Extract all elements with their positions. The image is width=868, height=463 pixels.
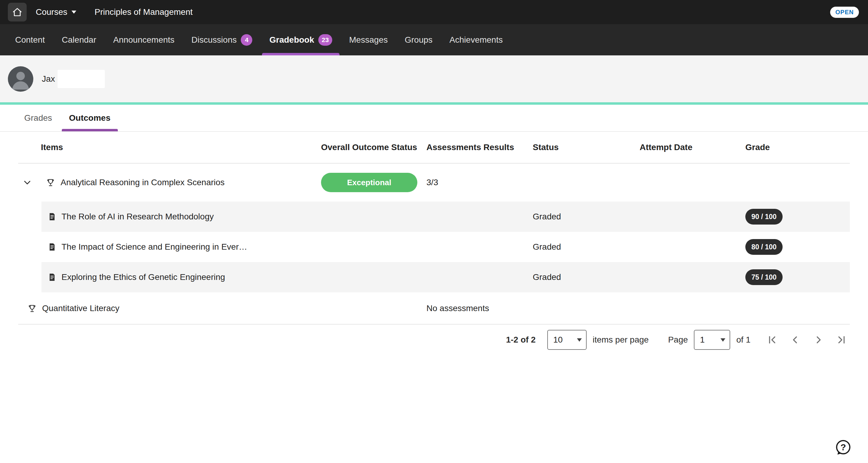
assessment-status: Graded — [533, 242, 561, 252]
items-per-page-value: 10 — [553, 335, 563, 345]
outcomes-table: Items Overall Outcome Status Assessments… — [18, 132, 850, 352]
items-per-page-select[interactable]: 10 — [547, 330, 587, 350]
person-icon — [8, 66, 33, 92]
assessments-results-value: No assessments — [427, 303, 489, 313]
table-header-row: Items Overall Outcome Status Assessments… — [18, 132, 850, 163]
collapse-outcome-button[interactable] — [21, 176, 34, 189]
nav-item-label: Calendar — [62, 35, 96, 45]
col-header-status: Status — [533, 142, 640, 152]
top-bar: Courses Principles of Management OPEN — [0, 0, 868, 24]
avatar — [8, 66, 33, 92]
grade-badge: 80 / 100 — [745, 239, 783, 255]
col-header-attempt-date: Attempt Date — [640, 142, 745, 152]
grade-badge: 90 / 100 — [745, 209, 783, 225]
nav-item-label: Messages — [349, 35, 388, 45]
overall-status-badge: Exceptional — [321, 173, 417, 192]
nav-item-achievements[interactable]: Achievements — [450, 24, 503, 55]
assessment-items-cell: The Impact of Science and Engineering in… — [41, 242, 321, 252]
col-header-assessments-results: Assessments Results — [427, 142, 533, 152]
chevron-down-icon — [71, 10, 76, 13]
trophy-icon — [46, 178, 55, 187]
last-page-icon — [836, 334, 847, 345]
trophy-icon — [28, 304, 37, 313]
nav-item-label: Gradebook — [269, 35, 314, 45]
col-header-overall-outcome-status: Overall Outcome Status — [321, 142, 427, 152]
chevron-right-icon — [813, 334, 824, 345]
assessment-status-cell: Graded — [533, 242, 640, 252]
assessment-row: The Role of AI in Research Methodology G… — [41, 202, 850, 232]
course-nav: Content Calendar Announcements Discussio… — [0, 24, 868, 55]
outcome-items-cell: Quantitative Literacy — [18, 303, 321, 313]
page-label: Page — [668, 335, 688, 345]
redacted-name-block — [58, 70, 105, 88]
nav-item-calendar[interactable]: Calendar — [62, 24, 96, 55]
page-total-label: of 1 — [736, 335, 750, 345]
svg-text:?: ? — [840, 442, 846, 452]
assessment-title: The Role of AI in Research Methodology — [61, 212, 214, 222]
assessment-rows: The Role of AI in Research Methodology G… — [41, 202, 850, 292]
first-page-icon — [767, 334, 778, 345]
nav-item-label: Content — [15, 35, 45, 45]
nav-item-label: Discussions — [191, 35, 237, 45]
help-icon: ? — [834, 439, 851, 456]
page-value: 1 — [700, 335, 705, 345]
assessment-grade-cell: 80 / 100 — [745, 239, 850, 255]
items-per-page-label: items per page — [593, 335, 649, 345]
home-icon — [12, 7, 23, 18]
help-button[interactable]: ? — [834, 439, 851, 456]
nav-item-announcements[interactable]: Announcements — [113, 24, 175, 55]
pager-buttons — [764, 331, 850, 348]
nav-item-gradebook[interactable]: Gradebook 23 — [269, 24, 332, 55]
chevron-down-icon — [577, 338, 582, 342]
assessment-status: Graded — [533, 212, 561, 221]
col-header-items: Items — [18, 142, 321, 152]
nav-item-label: Groups — [405, 35, 433, 45]
gradebook-outcomes-page: Courses Principles of Management OPEN Co… — [0, 0, 868, 352]
discussions-count-badge: 4 — [241, 34, 252, 46]
student-name: Jax — [42, 74, 55, 84]
course-title: Principles of Management — [94, 7, 193, 17]
nav-item-discussions[interactable]: Discussions 4 — [191, 24, 252, 55]
outcome-row: Quantitative Literacy No assessments — [18, 292, 850, 324]
outcome-title: Quantitative Literacy — [42, 303, 119, 313]
last-page-button[interactable] — [833, 331, 850, 348]
assessment-items-cell: The Role of AI in Research Methodology — [41, 212, 321, 222]
results-range: 1-2 of 2 — [506, 335, 536, 345]
nav-item-content[interactable]: Content — [15, 24, 45, 55]
courses-dropdown-label: Courses — [36, 7, 67, 17]
assessments-results-value: 3/3 — [427, 178, 438, 187]
nav-item-groups[interactable]: Groups — [405, 24, 433, 55]
grade-badge: 75 / 100 — [745, 269, 783, 285]
tab-outcomes[interactable]: Outcomes — [62, 105, 118, 131]
assessment-row: The Impact of Science and Engineering in… — [41, 232, 850, 262]
assessment-title: The Impact of Science and Engineering in… — [61, 242, 247, 252]
assessment-status-cell: Graded — [533, 212, 640, 222]
nav-item-label: Achievements — [450, 35, 503, 45]
document-icon — [48, 273, 57, 282]
outcome-overall-status-cell: Exceptional — [321, 173, 427, 192]
nav-item-messages[interactable]: Messages — [349, 24, 388, 55]
assessment-grade-cell: 90 / 100 — [745, 209, 850, 225]
chevron-left-icon — [790, 334, 801, 345]
first-page-button[interactable] — [764, 331, 781, 348]
nav-item-label: Announcements — [113, 35, 175, 45]
gradebook-count-badge: 23 — [318, 34, 332, 46]
teal-divider — [0, 102, 868, 105]
document-icon — [48, 242, 57, 252]
outcome-title: Analytical Reasoning in Complex Scenario… — [61, 178, 225, 187]
student-header: Jax — [0, 55, 868, 102]
page-select[interactable]: 1 — [694, 330, 730, 350]
assessment-status: Graded — [533, 272, 561, 282]
document-icon — [48, 212, 57, 221]
next-page-button[interactable] — [810, 331, 827, 348]
courses-dropdown[interactable]: Courses — [36, 7, 76, 17]
chevron-down-icon — [23, 178, 32, 187]
home-button[interactable] — [8, 3, 27, 22]
previous-page-button[interactable] — [787, 331, 804, 348]
outcome-row: Analytical Reasoning in Complex Scenario… — [18, 163, 850, 202]
outcome-assessments-cell: 3/3 — [427, 178, 533, 187]
tab-grades[interactable]: Grades — [17, 105, 59, 131]
gradebook-tabs: Grades Outcomes — [0, 105, 868, 132]
assessment-row: Exploring the Ethics of Genetic Engineer… — [41, 262, 850, 292]
col-header-grade: Grade — [745, 142, 850, 152]
